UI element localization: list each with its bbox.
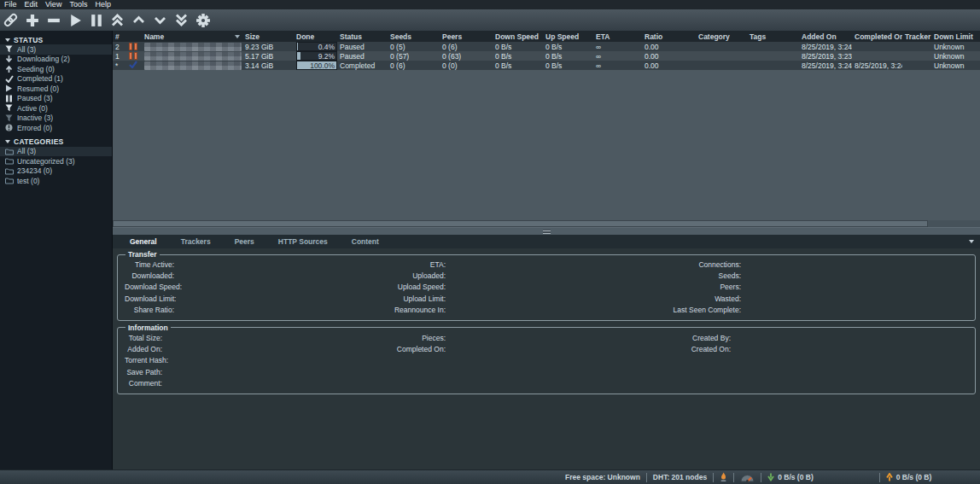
- sidebar-item-label: Errored (0): [17, 124, 52, 132]
- download-speed-status[interactable]: 0 B/s (0 B): [767, 473, 814, 481]
- column-header-ratio[interactable]: Ratio: [642, 31, 696, 42]
- tab-content[interactable]: Content: [340, 237, 391, 246]
- label-seeds: Seeds:: [446, 271, 741, 280]
- cell-status: Completed: [337, 61, 388, 70]
- cell-size: 5.17 GiB: [242, 52, 294, 61]
- torrent-name-redacted: [144, 61, 242, 70]
- menu-tools[interactable]: Tools: [67, 0, 93, 9]
- categories-header-label: CATEGORIES: [14, 137, 64, 146]
- menu-file[interactable]: File: [3, 0, 23, 9]
- queue-top-icon[interactable]: [107, 10, 128, 30]
- column-header-completed-on[interactable]: Completed On: [852, 31, 902, 42]
- menu-view[interactable]: View: [44, 0, 67, 9]
- column-header-eta[interactable]: ETA: [593, 31, 642, 42]
- column-header-category[interactable]: Category: [696, 31, 747, 42]
- remove-torrent-minus-icon[interactable]: [43, 10, 64, 30]
- connection-flame-icon[interactable]: [720, 472, 727, 482]
- sidebar-item-active[interactable]: Active (0): [0, 103, 112, 114]
- status-bar: Free space: Unknown DHT: 201 nodes 0 B/s…: [0, 469, 980, 484]
- sort-desc-icon: [235, 35, 240, 38]
- table-header: # Name Size Done Status Seeds Peers Down…: [113, 31, 980, 43]
- cell-seeds: 0 (5): [388, 43, 440, 51]
- column-header-down-limit[interactable]: Down Limit: [931, 31, 980, 42]
- column-header-done[interactable]: Done: [294, 31, 337, 42]
- column-header-name[interactable]: Name: [142, 31, 242, 42]
- column-header-up-speed[interactable]: Up Speed: [543, 31, 593, 42]
- folder-icon: [4, 157, 14, 165]
- pause-icon[interactable]: [85, 10, 107, 30]
- sidebar-item-category-test[interactable]: test (0): [0, 176, 112, 186]
- sidebar: STATUS All (3) Downloading (2) Seeding (…: [0, 31, 113, 469]
- label-last-seen-complete: Last Seen Complete:: [446, 306, 741, 314]
- table-row[interactable]: * 3.14 GiB 100.0% Completed 0 (6) 0 (0) …: [113, 61, 980, 70]
- cell-ratio: 0.00: [642, 61, 696, 70]
- sidebar-item-paused[interactable]: Paused (3): [0, 94, 112, 104]
- column-header-seeds[interactable]: Seeds: [388, 31, 440, 42]
- download-arrow-icon: [767, 473, 774, 481]
- label-downloaded: Downloaded:: [125, 271, 174, 280]
- torrent-name-redacted: [144, 52, 242, 61]
- speed-gauge-icon[interactable]: [740, 473, 755, 482]
- menu-help[interactable]: Help: [93, 0, 117, 9]
- column-header-tracker[interactable]: Tracker: [902, 31, 931, 42]
- sidebar-item-all-status[interactable]: All (3): [0, 44, 112, 55]
- sidebar-item-label: Uncategorized (3): [17, 157, 75, 166]
- sidebar-item-errored[interactable]: Errored (0): [0, 123, 112, 133]
- queue-down-icon[interactable]: [149, 10, 171, 30]
- folder-icon: [4, 167, 14, 175]
- categories-section-header[interactable]: CATEGORIES: [0, 137, 112, 147]
- tab-general[interactable]: General: [118, 237, 169, 246]
- column-header-size[interactable]: Size: [242, 31, 294, 42]
- column-header-status[interactable]: Status: [337, 31, 388, 42]
- information-fieldset: Information Total Size:Pieces:Created By…: [117, 324, 976, 394]
- sidebar-item-category-all[interactable]: All (3): [0, 147, 112, 157]
- queue-position: 2: [115, 43, 120, 51]
- menu-edit[interactable]: Edit: [23, 0, 44, 9]
- tab-peers[interactable]: Peers: [223, 237, 266, 246]
- table-row[interactable]: 1 5.17 GiB 9.2% Paused 0 (57) 0 (63) 0 B…: [113, 51, 980, 61]
- add-url-link-icon[interactable]: [0, 10, 21, 30]
- horizontal-scrollbar[interactable]: [113, 220, 980, 227]
- tab-http-sources[interactable]: HTTP Sources: [266, 237, 340, 246]
- column-header-tags[interactable]: Tags: [747, 31, 799, 42]
- label-peers: Peers:: [446, 283, 741, 291]
- sidebar-item-category-234234[interactable]: 234234 (0): [0, 166, 112, 177]
- queue-position: *: [115, 61, 118, 70]
- queue-up-icon[interactable]: [128, 10, 149, 30]
- sidebar-item-label: Resumed (0): [17, 85, 59, 93]
- sidebar-item-completed[interactable]: Completed (1): [0, 74, 112, 85]
- sidebar-item-inactive[interactable]: Inactive (3): [0, 114, 112, 124]
- sidebar-item-resumed[interactable]: Resumed (0): [0, 84, 112, 94]
- statusbar-divider: [646, 473, 647, 482]
- status-section-header[interactable]: STATUS: [0, 35, 112, 44]
- tab-overflow-icon[interactable]: [969, 240, 974, 243]
- queue-bottom-icon[interactable]: [171, 10, 192, 30]
- label-created-by: Created By:: [446, 334, 731, 342]
- dht-status: DHT: 201 nodes: [653, 473, 707, 481]
- preferences-gear-icon[interactable]: [192, 10, 213, 30]
- cell-eta: ∞: [593, 61, 642, 70]
- progress-bar: 9.2%: [296, 51, 337, 61]
- column-header-added-on[interactable]: Added On: [799, 31, 852, 42]
- scrollbar-thumb[interactable]: [113, 220, 928, 227]
- column-header-number[interactable]: #: [113, 31, 142, 42]
- cell-up-speed: 0 B/s: [543, 52, 593, 61]
- tab-trackers[interactable]: Trackers: [169, 237, 223, 246]
- column-header-down-speed[interactable]: Down Speed: [493, 31, 543, 42]
- sidebar-item-label: Inactive (3): [17, 114, 53, 122]
- sidebar-item-downloading[interactable]: Downloading (2): [0, 55, 112, 65]
- cell-completed-on: 8/25/2019, 3:24...: [852, 61, 902, 70]
- statusbar-divider: [733, 473, 734, 482]
- cell-eta: ∞: [593, 52, 642, 61]
- upload-speed-status[interactable]: 0 B/s (0 B): [886, 473, 932, 481]
- table-row[interactable]: 2 9.23 GiB 0.4% Paused 0 (5) 0 (6) 0 B/s…: [113, 42, 980, 51]
- add-torrent-plus-icon[interactable]: [21, 10, 43, 30]
- cell-peers: 0 (0): [440, 61, 493, 70]
- sidebar-item-category-uncategorized[interactable]: Uncategorized (3): [0, 156, 112, 166]
- free-space-status: Free space: Unknown: [565, 473, 640, 481]
- column-header-peers[interactable]: Peers: [440, 31, 493, 42]
- sidebar-item-seeding[interactable]: Seeding (0): [0, 64, 112, 74]
- cell-up-speed: 0 B/s: [543, 43, 593, 51]
- cell-down-speed: 0 B/s: [493, 61, 543, 70]
- resume-play-icon[interactable]: [64, 10, 85, 30]
